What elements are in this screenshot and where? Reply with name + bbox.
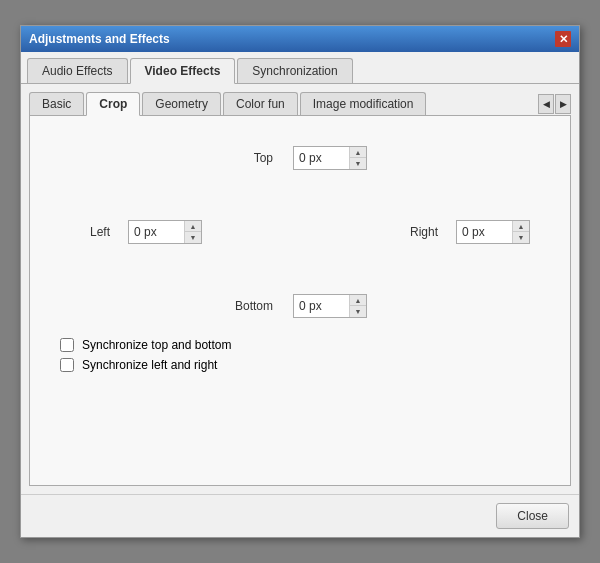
bottom-decrement-button[interactable]: ▼ xyxy=(350,306,366,317)
bottom-spinbox: ▲ ▼ xyxy=(293,294,367,318)
tab-audio-effects[interactable]: Audio Effects xyxy=(27,58,128,83)
tab-color-fun[interactable]: Color fun xyxy=(223,92,298,115)
bottom-spinbox-buttons: ▲ ▼ xyxy=(349,295,366,317)
sync-top-bottom-checkbox[interactable] xyxy=(60,338,74,352)
tab-image-modification[interactable]: Image modification xyxy=(300,92,427,115)
main-tabs-container: Audio Effects Video Effects Synchronizat… xyxy=(21,52,579,84)
bottom-label: Bottom xyxy=(233,299,273,313)
sub-tab-prev-button[interactable]: ◀ xyxy=(538,94,554,114)
title-bar-close-button[interactable]: ✕ xyxy=(555,31,571,47)
right-input[interactable] xyxy=(457,222,512,242)
sub-tab-nav: ◀ ▶ xyxy=(538,94,571,114)
sync-top-bottom-label: Synchronize top and bottom xyxy=(82,338,231,352)
tab-crop[interactable]: Crop xyxy=(86,92,140,116)
left-spinbox: ▲ ▼ xyxy=(128,220,202,244)
sub-tab-next-button[interactable]: ▶ xyxy=(555,94,571,114)
tab-geometry[interactable]: Geometry xyxy=(142,92,221,115)
top-decrement-button[interactable]: ▼ xyxy=(350,158,366,169)
top-spinbox: ▲ ▼ xyxy=(293,146,367,170)
tab-video-effects[interactable]: Video Effects xyxy=(130,58,236,84)
close-button[interactable]: Close xyxy=(496,503,569,529)
tab-synchronization[interactable]: Synchronization xyxy=(237,58,352,83)
tab-basic[interactable]: Basic xyxy=(29,92,84,115)
bottom-increment-button[interactable]: ▲ xyxy=(350,295,366,306)
dialog-footer: Close xyxy=(21,494,579,537)
content-area: Basic Crop Geometry Color fun Image modi… xyxy=(21,84,579,494)
checkboxes-container: Synchronize top and bottom Synchronize l… xyxy=(60,338,540,372)
left-label: Left xyxy=(70,225,110,239)
right-spinbox: ▲ ▼ xyxy=(456,220,530,244)
sync-left-right-checkbox[interactable] xyxy=(60,358,74,372)
right-spinbox-buttons: ▲ ▼ xyxy=(512,221,529,243)
sub-tabs-row: Basic Crop Geometry Color fun Image modi… xyxy=(29,92,571,116)
left-decrement-button[interactable]: ▼ xyxy=(185,232,201,243)
top-field-row: Top ▲ ▼ xyxy=(60,146,540,170)
sub-tabs-container: Basic Crop Geometry Color fun Image modi… xyxy=(29,92,538,115)
crop-panel: Top ▲ ▼ Left ▲ ▼ xyxy=(29,116,571,486)
top-spinbox-buttons: ▲ ▼ xyxy=(349,147,366,169)
right-decrement-button[interactable]: ▼ xyxy=(513,232,529,243)
left-spinbox-buttons: ▲ ▼ xyxy=(184,221,201,243)
top-input[interactable] xyxy=(294,148,349,168)
dialog-window: Adjustments and Effects ✕ Audio Effects … xyxy=(20,25,580,538)
top-label: Top xyxy=(233,151,273,165)
left-field: Left ▲ ▼ xyxy=(70,220,202,244)
sync-left-right-label: Synchronize left and right xyxy=(82,358,217,372)
sync-left-right-row: Synchronize left and right xyxy=(60,358,540,372)
right-field: Right ▲ ▼ xyxy=(398,220,530,244)
right-increment-button[interactable]: ▲ xyxy=(513,221,529,232)
dialog-title: Adjustments and Effects xyxy=(29,32,170,46)
bottom-input[interactable] xyxy=(294,296,349,316)
left-increment-button[interactable]: ▲ xyxy=(185,221,201,232)
title-bar: Adjustments and Effects ✕ xyxy=(21,26,579,52)
sync-top-bottom-row: Synchronize top and bottom xyxy=(60,338,540,352)
left-right-row: Left ▲ ▼ Right ▲ xyxy=(70,220,530,244)
left-input[interactable] xyxy=(129,222,184,242)
right-label: Right xyxy=(398,225,438,239)
bottom-field-row: Bottom ▲ ▼ xyxy=(60,294,540,318)
top-increment-button[interactable]: ▲ xyxy=(350,147,366,158)
